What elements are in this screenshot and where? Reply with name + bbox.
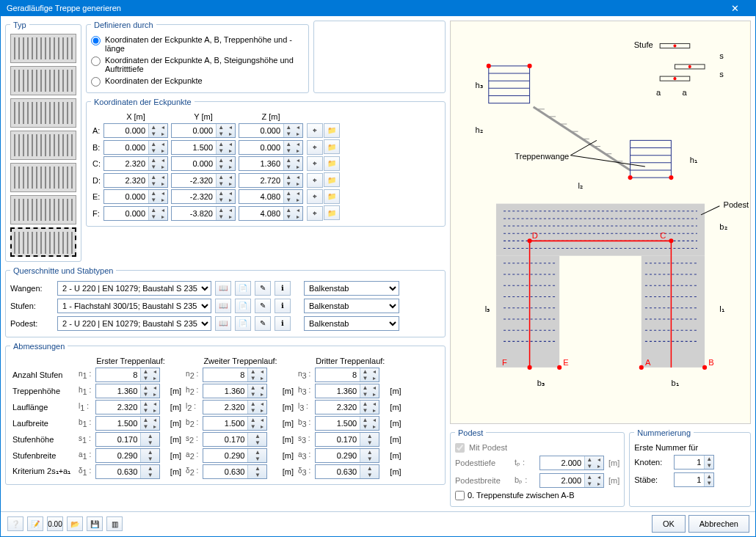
typ-opt-6[interactable] [10, 195, 76, 224]
knoten-num-input[interactable]: ▲▼ [674, 455, 714, 470]
edit-icon[interactable]: ✎ [255, 299, 271, 313]
close-icon[interactable]: ✕ [720, 3, 749, 14]
pick-icon[interactable]: ⌖ [307, 140, 323, 155]
info-icon[interactable]: ℹ [275, 281, 291, 296]
coord-E:x[interactable]: ▲▼◂▸ [103, 189, 168, 204]
podestbreite-input[interactable]: ▲▼◂▸ [539, 473, 604, 488]
abm-h1[interactable]: ▲▼◂▸ [95, 384, 160, 398]
abm-s2[interactable]: ▲▼ [203, 432, 267, 447]
info-icon[interactable]: ℹ [275, 299, 291, 313]
edit-file-icon[interactable]: 📝 [27, 516, 43, 531]
pick-icon[interactable]: ⌖ [307, 189, 323, 204]
abm-b1[interactable]: ▲▼◂▸ [95, 416, 160, 431]
lib-icon[interactable]: 📖 [215, 316, 231, 331]
coord-C:y[interactable]: ▲▼◂▸ [171, 156, 236, 171]
typ-opt-2[interactable] [10, 66, 76, 95]
abm-n3[interactable]: ▲▼◂▸ [315, 368, 379, 382]
coord-A:z[interactable]: ▲▼◂▸ [239, 123, 303, 138]
coord-A:y[interactable]: ▲▼◂▸ [171, 123, 236, 138]
pick-icon[interactable]: ⌖ [307, 156, 323, 171]
typ-legend: Typ [10, 21, 29, 29]
abm-s3[interactable]: ▲▼ [315, 432, 379, 447]
coord-F:y[interactable]: ▲▼◂▸ [171, 206, 236, 221]
abm-l2[interactable]: ▲▼◂▸ [203, 400, 267, 414]
typ-opt-1[interactable] [10, 34, 76, 63]
pick-icon[interactable]: ⌖ [307, 173, 323, 188]
info-icon[interactable]: ℹ [275, 316, 291, 331]
abm-l1[interactable]: ▲▼◂▸ [95, 400, 160, 414]
coord-E:y[interactable]: ▲▼◂▸ [171, 189, 236, 204]
abm-b3[interactable]: ▲▼◂▸ [315, 416, 379, 431]
podest-type-combo[interactable]: Balkenstab [304, 316, 399, 331]
window-title: Geradläufige Treppe generieren [7, 4, 720, 12]
abm-a1[interactable]: ▲▼ [95, 448, 160, 463]
podest-group: Podest Mit Podest Podesttiefetₚ :▲▼◂▸ [m… [450, 428, 625, 507]
abm-l3[interactable]: ▲▼◂▸ [315, 400, 379, 414]
coord-E:z[interactable]: ▲▼◂▸ [239, 189, 303, 204]
podest-combo[interactable]: 2 - U 220 | EN 10279; Baustahl S 235 [57, 316, 211, 331]
pick-icon[interactable]: ⌖ [307, 123, 323, 138]
abm-h3[interactable]: ▲▼◂▸ [315, 384, 379, 398]
coord-F:z[interactable]: ▲▼◂▸ [239, 206, 303, 221]
abm-δ3[interactable]: ▲▼ [315, 464, 379, 479]
coord-D:y[interactable]: ▲▼◂▸ [171, 173, 236, 188]
typ-opt-7[interactable] [10, 227, 76, 257]
coord-D:z[interactable]: ▲▼◂▸ [239, 173, 303, 188]
abm-δ1[interactable]: ▲▼ [95, 464, 160, 479]
folder-icon[interactable]: 📁 [324, 139, 340, 154]
stufen-combo[interactable]: 1 - Flachstahl 300/15; Baustahl S 235 [57, 299, 211, 313]
nummerierung-group: Nummerierung Erste Nummer für Knoten:▲▼ … [629, 428, 751, 507]
ok-button[interactable]: OK [652, 515, 686, 533]
svg-text:C: C [660, 231, 666, 240]
zerostep-check[interactable]: 0. Treppenstufe zwischen A-B [455, 489, 619, 502]
folder-icon[interactable]: 📁 [324, 156, 340, 171]
save-icon[interactable]: 💾 [87, 516, 103, 531]
abm-a2[interactable]: ▲▼ [203, 448, 267, 463]
new-icon[interactable]: 📄 [235, 281, 251, 296]
wangen-type-combo[interactable]: Balkenstab [304, 281, 399, 296]
stufen-type-combo[interactable]: Balkenstab [304, 299, 399, 313]
abm-s1[interactable]: ▲▼ [95, 432, 160, 447]
abm-h2[interactable]: ▲▼◂▸ [203, 384, 267, 398]
edit-icon[interactable]: ✎ [255, 316, 271, 331]
coord-D:x[interactable]: ▲▼◂▸ [103, 173, 168, 188]
def-radio-3[interactable]: Koordinaten der Eckpunkte [91, 75, 304, 88]
units-icon[interactable]: 0.00 [47, 516, 63, 531]
def-radio-1[interactable]: Koordinaten der Eckpunkte A, B, Treppenh… [91, 34, 304, 54]
coord-B:y[interactable]: ▲▼◂▸ [171, 140, 236, 155]
folder-icon[interactable]: 📁 [324, 172, 340, 187]
new-icon[interactable]: 📄 [235, 299, 251, 313]
pick-icon[interactable]: ⌖ [307, 206, 323, 221]
wangen-combo[interactable]: 2 - U 220 | EN 10279; Baustahl S 235 [57, 281, 211, 296]
mit-podest-check[interactable]: Mit Podest [455, 442, 619, 454]
coord-F:x[interactable]: ▲▼◂▸ [103, 206, 168, 221]
help-icon[interactable]: ❔ [7, 516, 23, 531]
coord-C:z[interactable]: ▲▼◂▸ [239, 156, 303, 171]
podesttiefe-input[interactable]: ▲▼◂▸ [539, 456, 604, 470]
new-icon[interactable]: 📄 [235, 316, 251, 331]
folder-icon[interactable]: 📁 [324, 205, 340, 220]
stabe-num-input[interactable]: ▲▼ [674, 472, 714, 487]
lib-icon[interactable]: 📖 [215, 299, 231, 313]
coord-B:x[interactable]: ▲▼◂▸ [103, 140, 168, 155]
export-icon[interactable]: ▥ [106, 516, 123, 531]
typ-opt-5[interactable] [10, 163, 76, 192]
abm-n2[interactable]: ▲▼◂▸ [203, 368, 267, 382]
cancel-button[interactable]: Abbrechen [688, 515, 749, 533]
abm-b2[interactable]: ▲▼◂▸ [203, 416, 267, 431]
abm-a3[interactable]: ▲▼ [315, 448, 379, 463]
open-icon[interactable]: 📂 [67, 516, 83, 531]
folder-icon[interactable]: 📁 [324, 123, 340, 138]
def-radio-2[interactable]: Koordinaten der Eckpunkte A, B, Steigung… [91, 54, 304, 75]
coord-A:x[interactable]: ▲▼◂▸ [103, 123, 168, 138]
coord-B:z[interactable]: ▲▼◂▸ [239, 140, 303, 155]
folder-icon[interactable]: 📁 [324, 189, 340, 204]
svg-text:b₁: b₁ [671, 379, 678, 387]
edit-icon[interactable]: ✎ [255, 281, 271, 296]
abm-δ2[interactable]: ▲▼ [203, 464, 267, 479]
typ-opt-4[interactable] [10, 131, 76, 160]
abm-n1[interactable]: ▲▼◂▸ [95, 368, 160, 382]
typ-opt-3[interactable] [10, 98, 76, 128]
coord-C:x[interactable]: ▲▼◂▸ [103, 156, 168, 171]
lib-icon[interactable]: 📖 [215, 281, 231, 296]
